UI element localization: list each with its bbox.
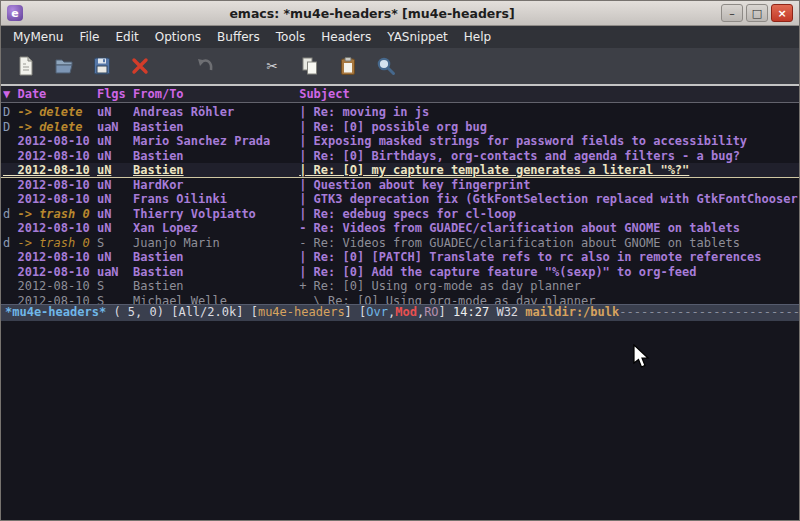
message-row[interactable]: 2012-08-10uaNBastien| Re: [0] Add the ca… [1,265,799,280]
modeline-segment-plain: ] [439,305,453,319]
message-flags: uN [97,250,133,265]
maximize-button[interactable]: □ [746,4,768,22]
close-buffer-icon [129,55,151,77]
search-icon [375,55,397,77]
message-date: 2012-08-10 [3,178,97,193]
message-subject: | GTK3 deprecation fix (GtkFontSelection… [299,192,799,207]
message-date: 2012-08-10 [3,163,97,178]
message-date: 2012-08-10 [3,221,97,236]
modeline-segment-plain: W32 [496,305,525,319]
copy-button[interactable] [295,51,325,81]
header-col-flags[interactable]: Flgs [97,86,133,102]
save-button[interactable] [87,51,117,81]
header-col-date[interactable]: ▼ Date [3,86,97,102]
title-bar[interactable]: e emacs: *mu4e-headers* [mu4e-headers] –… [1,1,799,26]
message-subject: | Re: [0] Birthdays, org-contacts and ag… [299,149,799,164]
message-flags: S [97,236,133,251]
menu-yasnippet[interactable]: YASnippet [379,27,456,47]
modeline-segment-dashes: ----------------------------------------… [619,305,799,319]
message-date: 2012-08-10 [3,250,97,265]
open-file-button[interactable] [49,51,79,81]
header-col-from[interactable]: From/To [133,86,299,102]
message-row[interactable]: d -> trash 0uNThierry Volpiatto| Re: ede… [1,207,799,222]
minibuffer[interactable] [1,321,799,520]
message-date: 2012-08-10 [3,192,97,207]
message-subject: | Re: edebug specs for cl-loop [299,207,799,222]
message-row[interactable]: 2012-08-10uNMario Sanchez Prada| Exposin… [1,134,799,149]
menu-tools[interactable]: Tools [268,27,314,47]
paste-icon [337,55,359,77]
message-row[interactable]: 2012-08-10uNXan Lopez- Re: Videos from G… [1,221,799,236]
window-title: emacs: *mu4e-headers* [mu4e-headers] [29,6,715,21]
message-flags: uN [97,163,133,178]
message-from: Bastien [133,250,299,265]
modeline-segment-minor: mu4e-headers [258,305,345,319]
menu-file[interactable]: File [71,27,107,47]
modeline-segment-ovr: Ovr [366,305,388,319]
message-date: 2012-08-10 [3,134,97,149]
message-flags: uN [97,134,133,149]
message-from: Michael Welle [133,294,299,305]
new-file-icon [15,55,37,77]
message-date: D -> delete [3,105,97,120]
menu-options[interactable]: Options [147,27,209,47]
message-row[interactable]: 2012-08-10uNBastien| Re: [0] [PATCH] Tra… [1,250,799,265]
mark-action: -> delete [10,105,82,119]
message-row[interactable]: D -> deleteuaNBastien| Re: [0] possible … [1,120,799,135]
message-flags: uN [97,149,133,164]
message-from: Andreas Röhler [133,105,299,120]
minimize-button[interactable]: – [721,4,743,22]
message-flags: uN [97,221,133,236]
message-row[interactable]: 2012-08-10SBastien+ Re: [0] Using org-mo… [1,279,799,294]
message-from: Bastien [133,163,299,178]
headers-buffer[interactable]: D -> deleteuNAndreas Röhler| Re: moving … [1,103,799,304]
message-subject: \ Re: [O] Using org-mode as day planner [299,294,799,305]
modeline-segment-mod: Mod [395,305,417,319]
menu-bar: MyMenuFileEditOptionsBuffersToolsHeaders… [1,26,799,48]
message-flags: uaN [97,265,133,280]
message-date: 2012-08-10 [3,149,97,164]
message-subject: - Re: Videos from GUADEC/clarification a… [299,221,799,236]
message-from: Juanjo Marin [133,236,299,251]
message-from: HardKor [133,178,299,193]
message-subject: | Exposing masked strings for password f… [299,134,799,149]
header-col-subject[interactable]: Subject [299,86,799,102]
message-row[interactable]: 2012-08-10uNBastien| Re: [0] Birthdays, … [1,149,799,164]
message-row[interactable]: 2012-08-10uNBastien| Re: [O] my capture … [1,163,799,178]
message-row[interactable]: 2012-08-10uNFrans Oilinki| GTK3 deprecat… [1,192,799,207]
search-button[interactable] [371,51,401,81]
message-flags: S [97,294,133,305]
modeline-segment-plain: [All/2.0k] [171,305,250,319]
message-row[interactable]: D -> deleteuNAndreas Röhler| Re: moving … [1,105,799,120]
message-row[interactable]: 2012-08-10uNHardKor| Question about key … [1,178,799,193]
message-row[interactable]: 2012-08-10SMichael Welle \ Re: [O] Using… [1,294,799,305]
cut-button[interactable]: ✂ [257,51,287,81]
menu-buffers[interactable]: Buffers [209,27,268,47]
message-row[interactable]: d -> trash 0SJuanjo Marin- Re: Videos fr… [1,236,799,251]
message-from: Frans Oilinki [133,192,299,207]
undo-icon [195,55,217,77]
message-subject: - Re: Videos from GUADEC/clarification a… [299,236,799,251]
mode-line[interactable]: *mu4e-headers* ( 5, 0) [All/2.0k] [mu4e-… [1,304,799,321]
menu-help[interactable]: Help [456,27,499,47]
new-file-button[interactable] [11,51,41,81]
menu-edit[interactable]: Edit [108,27,147,47]
modeline-segment-plain: ] [345,305,359,319]
message-date: 2012-08-10 [3,279,97,294]
menu-headers[interactable]: Headers [313,27,379,47]
save-icon [91,55,113,77]
paste-button[interactable] [333,51,363,81]
message-date: D -> delete [3,120,97,135]
close-buffer-button[interactable] [125,51,155,81]
message-flags: uN [97,207,133,222]
modeline-segment-time: 14:27 [453,305,496,319]
toolbar: ✂ [1,48,799,84]
close-button[interactable]: × [771,4,793,22]
menu-mymenu[interactable]: MyMenu [5,27,71,47]
message-from: Thierry Volpiatto [133,207,299,222]
emacs-icon: e [7,5,23,21]
message-subject: | Question about key fingerprint [299,178,799,193]
modeline-segment-folder: maildir:/bulk [525,305,619,319]
message-flags: S [97,279,133,294]
message-from: Bastien [133,120,299,135]
